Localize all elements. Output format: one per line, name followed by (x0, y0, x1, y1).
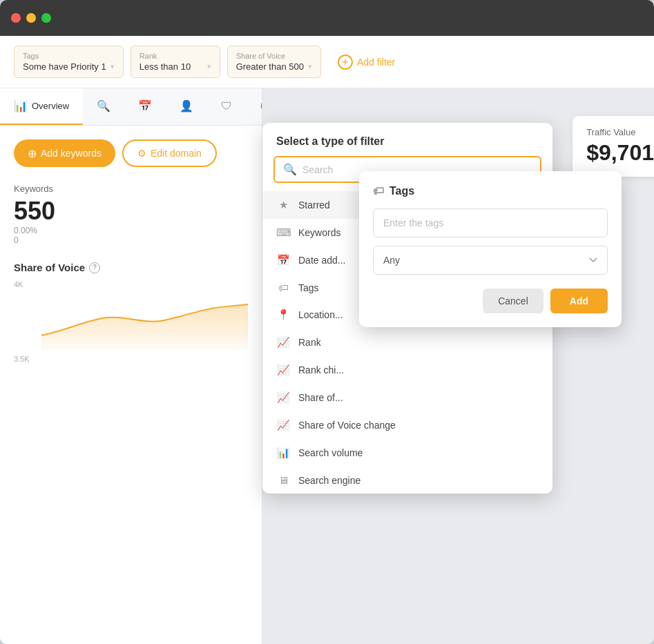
help-icon[interactable]: ? (89, 262, 100, 273)
sov-title: Share of Voice ? (14, 262, 248, 273)
keywords-change: 0.00% 0 (14, 226, 55, 245)
tab-search[interactable]: 🔍 (83, 88, 124, 125)
app-container: Tags Some have Priority 1 ▾ Rank Less th… (0, 36, 654, 644)
filter-chip-rank-value: Less than 10 ▾ (140, 61, 211, 72)
plus-icon: + (338, 55, 353, 70)
search-engine-icon: 🖥 (276, 474, 290, 486)
search-icon: 🔍 (97, 99, 110, 113)
overview-content: ⊕ Add keywords ⚙ Edit domain Keywords 55… (0, 126, 262, 377)
filter-item-starred-label: Starred (298, 199, 330, 211)
filter-chip-tags-label: Tags (23, 52, 115, 60)
filter-item-keywords-label: Keywords (298, 227, 340, 238)
tab-target[interactable]: 🎯 (246, 88, 262, 125)
traffic-value: $9,701 (586, 140, 654, 166)
tab-overview-label: Overview (32, 101, 69, 111)
filter-bar: Tags Some have Priority 1 ▾ Rank Less th… (0, 36, 654, 88)
tags-modal-title: 🏷 Tags (373, 185, 608, 197)
close-button[interactable] (11, 13, 21, 23)
sov-icon: 📈 (276, 391, 290, 404)
filter-item-date-label: Date add... (298, 255, 346, 266)
window-chrome (0, 0, 654, 36)
tags-modal-footer: Cancel Add (373, 289, 608, 313)
cancel-button[interactable]: Cancel (483, 289, 544, 313)
keywords-label: Keywords (14, 184, 55, 194)
chart-svg (41, 280, 248, 349)
sov-change-icon: 📈 (276, 419, 290, 431)
chevron-down-icon: ▾ (110, 62, 115, 71)
rank-change-icon: 📈 (276, 364, 290, 376)
chevron-down-icon: ▾ (207, 62, 211, 71)
action-buttons: ⊕ Add keywords ⚙ Edit domain (14, 139, 248, 167)
rank-icon: 📈 (276, 336, 290, 349)
search-icon: 🔍 (283, 163, 297, 176)
filter-chip-sov[interactable]: Share of Voice Greater than 500 ▾ (227, 46, 321, 78)
filter-item-sov-label: Share of... (298, 392, 343, 403)
keywords-metric: Keywords 550 0.00% 0 (14, 184, 55, 245)
add-keywords-button[interactable]: ⊕ Add keywords (14, 139, 115, 167)
content-area: 📊 Overview 🔍 📅 👤 🛡 🎯 (0, 88, 654, 644)
filter-chip-rank-label: Rank (140, 52, 211, 60)
metrics-row: Keywords 550 0.00% 0 (14, 184, 248, 245)
filter-item-sov-change-label: Share of Voice change (298, 420, 396, 431)
overview-icon: 📊 (14, 99, 28, 113)
keyboard-icon: ⌨ (276, 226, 290, 239)
tab-user[interactable]: 👤 (166, 88, 207, 125)
chart-y-labels: 4K 3.5K (14, 280, 38, 363)
sov-section: Share of Voice ? 4K 3.5K (14, 262, 248, 363)
tabs-bar: 📊 Overview 🔍 📅 👤 🛡 🎯 (0, 88, 262, 126)
tags-modal-icon: 🏷 (373, 185, 384, 197)
keywords-value: 550 (14, 197, 55, 226)
plus-circle-icon: ⊕ (28, 147, 37, 160)
traffic-value-label: Traffic Value (586, 127, 654, 137)
edit-domain-button[interactable]: ⚙ Edit domain (122, 139, 217, 167)
chevron-down-icon: ▾ (308, 62, 312, 71)
maximize-button[interactable] (41, 13, 51, 23)
edit-icon: ⚙ (137, 148, 146, 159)
tab-overview[interactable]: 📊 Overview (0, 88, 83, 125)
location-icon: 📍 (276, 309, 290, 321)
filter-chip-tags-value: Some have Priority 1 ▾ (23, 61, 115, 72)
filter-item-rank-label: Rank (298, 337, 321, 348)
filter-item-location-label: Location... (298, 309, 343, 320)
filter-item-sov-change[interactable]: 📈 Share of Voice change (262, 411, 552, 439)
filter-chip-tags[interactable]: Tags Some have Priority 1 ▾ (14, 46, 124, 78)
add-button[interactable]: Add (550, 289, 608, 313)
star-icon: ★ (276, 199, 290, 211)
tags-modal: 🏷 Tags Any All None Cancel Add (359, 171, 622, 327)
left-panel: 📊 Overview 🔍 📅 👤 🛡 🎯 (0, 88, 262, 644)
filter-item-sov[interactable]: 📈 Share of... (262, 384, 552, 411)
date-icon: 📅 (276, 254, 290, 266)
tag-icon: 🏷 (276, 282, 290, 293)
minimize-button[interactable] (26, 13, 36, 23)
filter-item-rank-change-label: Rank chi... (298, 364, 344, 375)
add-filter-button[interactable]: + Add filter (328, 49, 405, 75)
filter-chip-sov-label: Share of Voice (236, 52, 312, 60)
shield-icon: 🛡 (221, 100, 232, 113)
filter-item-rank-change[interactable]: 📈 Rank chi... (262, 356, 552, 384)
filter-item-search-engine-label: Search engine (298, 475, 360, 486)
tags-input[interactable] (373, 208, 608, 237)
filter-item-search-volume[interactable]: 📊 Search volume (262, 439, 552, 467)
search-volume-icon: 📊 (276, 447, 290, 459)
filter-chip-sov-value: Greater than 500 ▾ (236, 61, 312, 72)
traffic-value-card: Traffic Value $9,701 (573, 116, 654, 177)
filter-item-rank[interactable]: 📈 Rank (262, 329, 552, 356)
user-icon: 👤 (180, 99, 193, 113)
tab-calendar[interactable]: 📅 (124, 88, 166, 125)
filter-item-tags-label: Tags (298, 282, 319, 293)
tags-select[interactable]: Any All None (373, 246, 608, 275)
tab-shield[interactable]: 🛡 (207, 88, 246, 125)
calendar-icon: 📅 (138, 99, 152, 113)
filter-dropdown-title: Select a type of filter (262, 123, 552, 156)
filter-chip-rank[interactable]: Rank Less than 10 ▾ (131, 46, 220, 78)
filter-item-search-volume-label: Search volume (298, 447, 363, 458)
filter-item-search-engine[interactable]: 🖥 Search engine (262, 467, 552, 494)
chart-area: 4K 3.5K (14, 280, 248, 363)
